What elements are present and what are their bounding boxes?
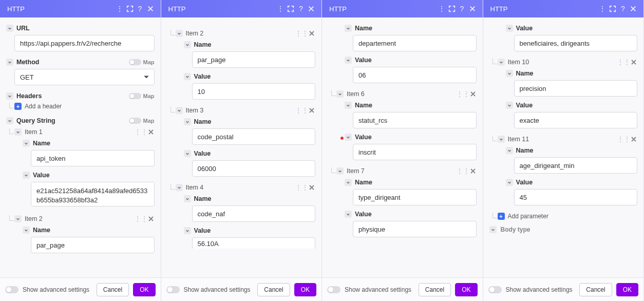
- item-value-input[interactable]: [514, 112, 638, 128]
- collapse-icon[interactable]: [345, 102, 352, 109]
- collapse-icon[interactable]: [176, 184, 183, 191]
- collapse-icon[interactable]: [506, 25, 513, 32]
- collapse-icon[interactable]: [23, 172, 30, 179]
- remove-icon[interactable]: [630, 59, 637, 66]
- collapse-icon[interactable]: [506, 147, 513, 154]
- advanced-toggle[interactable]: [327, 286, 340, 293]
- advanced-toggle[interactable]: [166, 286, 180, 293]
- drag-handle-icon[interactable]: ⋮⋮: [460, 168, 466, 174]
- more-icon[interactable]: ⋮: [437, 4, 447, 14]
- item-name-input[interactable]: [192, 128, 316, 145]
- collapse-icon[interactable]: [14, 215, 22, 222]
- drag-handle-icon[interactable]: ⋮⋮: [138, 129, 144, 135]
- drag-handle-icon[interactable]: ⋮⋮: [299, 30, 305, 36]
- expand-icon[interactable]: [125, 4, 135, 14]
- item-value-input[interactable]: [353, 67, 477, 83]
- collapse-icon[interactable]: [6, 117, 13, 124]
- collapse-icon[interactable]: [176, 30, 183, 37]
- item-name-input[interactable]: [192, 51, 316, 68]
- drag-handle-icon[interactable]: ⋮⋮: [299, 107, 305, 114]
- ok-button[interactable]: OK: [455, 283, 477, 296]
- more-icon[interactable]: ⋮: [597, 4, 608, 14]
- expand-icon[interactable]: [447, 4, 457, 14]
- item-value-input[interactable]: [514, 35, 638, 51]
- add-header-row[interactable]: + Add a header: [14, 103, 155, 110]
- collapse-icon[interactable]: [184, 73, 191, 80]
- collapse-icon[interactable]: [506, 70, 513, 77]
- help-icon[interactable]: ?: [457, 4, 467, 14]
- collapse-icon[interactable]: [184, 195, 191, 202]
- remove-icon[interactable]: [308, 107, 315, 114]
- collapse-icon[interactable]: [176, 107, 183, 114]
- cancel-button[interactable]: Cancel: [419, 283, 451, 296]
- collapse-icon[interactable]: [23, 140, 30, 147]
- collapse-icon[interactable]: [184, 227, 191, 234]
- drag-handle-icon[interactable]: ⋮⋮: [621, 136, 627, 142]
- add-parameter-row[interactable]: + Add parameter: [498, 213, 638, 220]
- qs-map-toggle[interactable]: [129, 118, 141, 124]
- drag-handle-icon[interactable]: ⋮⋮: [460, 91, 466, 97]
- expand-icon[interactable]: [286, 4, 296, 14]
- advanced-toggle[interactable]: [5, 286, 18, 293]
- remove-icon[interactable]: [308, 30, 315, 37]
- method-select[interactable]: GET: [14, 69, 155, 85]
- collapse-icon[interactable]: [6, 59, 13, 66]
- collapse-icon[interactable]: [23, 227, 30, 234]
- cancel-button[interactable]: Cancel: [579, 283, 612, 296]
- expand-icon[interactable]: [608, 4, 618, 14]
- item-value-input[interactable]: 56.10A: [192, 237, 316, 249]
- help-icon[interactable]: ?: [135, 4, 145, 14]
- collapse-icon[interactable]: [184, 118, 191, 125]
- help-icon[interactable]: ?: [296, 4, 306, 14]
- cancel-button[interactable]: Cancel: [257, 283, 290, 296]
- more-icon[interactable]: ⋮: [275, 4, 286, 14]
- remove-icon[interactable]: [147, 128, 155, 136]
- item-value-input[interactable]: [353, 221, 477, 237]
- collapse-icon[interactable]: [345, 134, 352, 141]
- item-value-input[interactable]: [31, 182, 155, 206]
- close-icon[interactable]: [467, 4, 478, 14]
- collapse-icon[interactable]: [345, 57, 352, 64]
- item-name-input[interactable]: [514, 80, 638, 97]
- remove-icon[interactable]: [308, 184, 315, 191]
- close-icon[interactable]: [306, 4, 316, 14]
- collapse-icon[interactable]: [345, 25, 352, 32]
- remove-icon[interactable]: [147, 215, 155, 222]
- collapse-icon[interactable]: [336, 90, 344, 98]
- headers-map-toggle[interactable]: [129, 93, 141, 99]
- item-name-input[interactable]: [353, 189, 477, 205]
- remove-icon[interactable]: [630, 136, 637, 143]
- collapse-icon[interactable]: [345, 211, 352, 218]
- item-name-input[interactable]: [31, 237, 155, 253]
- collapse-icon[interactable]: [345, 179, 352, 186]
- item-name-input[interactable]: [192, 205, 316, 222]
- drag-handle-icon[interactable]: ⋮⋮: [138, 216, 144, 222]
- ok-button[interactable]: OK: [294, 283, 316, 296]
- collapse-icon[interactable]: [184, 150, 191, 157]
- close-icon[interactable]: [628, 4, 638, 14]
- ok-button[interactable]: OK: [133, 283, 155, 296]
- url-input[interactable]: [14, 35, 155, 51]
- collapse-icon[interactable]: [6, 92, 13, 100]
- item-name-input[interactable]: [353, 35, 477, 51]
- help-icon[interactable]: ?: [618, 4, 628, 14]
- collapse-icon[interactable]: [506, 102, 513, 109]
- collapse-icon[interactable]: [498, 59, 505, 66]
- collapse-icon[interactable]: [498, 136, 505, 143]
- item-value-input[interactable]: [192, 160, 316, 177]
- item-name-input[interactable]: [31, 150, 155, 166]
- collapse-icon[interactable]: [506, 179, 513, 186]
- advanced-toggle[interactable]: [488, 286, 502, 293]
- collapse-icon[interactable]: [14, 128, 22, 136]
- more-icon[interactable]: ⋮: [115, 4, 125, 14]
- item-value-input[interactable]: [353, 144, 477, 160]
- collapse-icon[interactable]: [184, 41, 191, 48]
- item-name-input[interactable]: [514, 157, 638, 174]
- drag-handle-icon[interactable]: ⋮⋮: [621, 59, 627, 65]
- cancel-button[interactable]: Cancel: [97, 283, 129, 296]
- remove-icon[interactable]: [469, 167, 477, 175]
- close-icon[interactable]: [145, 4, 156, 14]
- remove-icon[interactable]: [469, 90, 477, 98]
- item-value-input[interactable]: [514, 189, 638, 205]
- drag-handle-icon[interactable]: ⋮⋮: [299, 184, 305, 191]
